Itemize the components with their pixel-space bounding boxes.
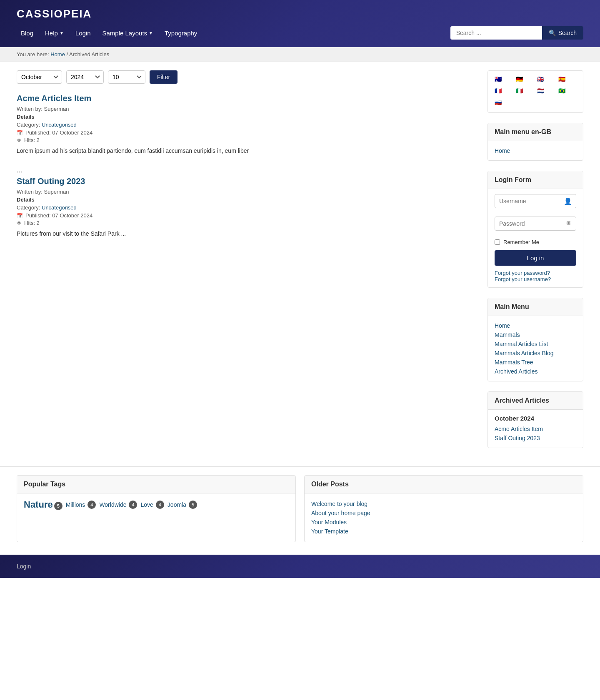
breadcrumb-current: Archived Articles [69, 51, 109, 57]
search-input[interactable] [450, 26, 542, 40]
sidebar-item-mammals-tree[interactable]: Mammals Tree [495, 358, 576, 367]
sidebar: 🇦🇺 🇩🇪 🇬🇧 🇪🇸 🇫🇷 🇮🇹 🇳🇱 🇧🇷 🇷🇺 Main menu en-… [488, 70, 583, 458]
forgot-password-link[interactable]: Forgot your password? [495, 270, 576, 276]
main-nav: Blog Help ▼ Login Sample Layouts ▼ Typog… [17, 26, 583, 40]
article-title-link[interactable]: Staff Outing 2023 [17, 177, 475, 186]
filter-button[interactable]: Filter [150, 70, 178, 84]
flag-fr[interactable]: 🇫🇷 [495, 87, 506, 96]
article-excerpt: Lorem ipsum ad his scripta blandit parti… [17, 147, 475, 154]
sidebar-item-archived-articles[interactable]: Archived Articles [495, 367, 576, 376]
nav-help[interactable]: Help ▼ [41, 27, 68, 39]
older-post-homepage[interactable]: About your home page [311, 508, 576, 518]
nav-typography[interactable]: Typography [160, 27, 201, 39]
flag-nl[interactable]: 🇳🇱 [537, 87, 549, 96]
tag-millions[interactable]: Millions4 [66, 501, 96, 509]
flag-gb[interactable]: 🇬🇧 [537, 76, 549, 84]
login-forgot-links: Forgot your password? Forgot your userna… [495, 270, 576, 282]
article-excerpt: Pictures from our visit to the Safari Pa… [17, 230, 475, 237]
search-button[interactable]: 🔍 Search [542, 26, 583, 40]
tag-worldwide[interactable]: Worldwide4 [99, 501, 137, 509]
article-category: Category: Uncategorised [17, 122, 475, 128]
sidebar-login-form: Login Form Remember Me Log in [488, 171, 583, 288]
forgot-username-link[interactable]: Forgot your username? [495, 276, 576, 282]
flag-it[interactable]: 🇮🇹 [516, 87, 528, 96]
filter-bar: Month JanuaryFebruaryMarch AprilMayJune … [17, 70, 475, 84]
article-details-label: Details [17, 114, 475, 120]
article-item: Acme Articles Item Written by: Superman … [17, 94, 475, 154]
main-container: Month JanuaryFebruaryMarch AprilMayJune … [0, 62, 600, 466]
page-footer: Login [0, 555, 600, 578]
flag-br[interactable]: 🇧🇷 [558, 87, 570, 96]
article-published: Published: 07 October 2024 [17, 212, 475, 219]
nav-blog[interactable]: Blog [17, 27, 38, 39]
tag-nature[interactable]: Nature5 [24, 499, 62, 510]
flag-es[interactable]: 🇪🇸 [558, 76, 570, 84]
sidebar-item-mammals[interactable]: Mammals [495, 330, 576, 339]
number-select[interactable]: 10 51520 [108, 70, 145, 84]
search-icon: 🔍 [549, 30, 556, 36]
tag-love[interactable]: Love4 [140, 501, 164, 509]
sample-layouts-dropdown-arrow: ▼ [149, 31, 153, 35]
password-input[interactable] [495, 217, 576, 231]
article-category: Category: Uncategorised [17, 204, 475, 211]
nav-sample-layouts[interactable]: Sample Layouts ▼ [98, 27, 157, 39]
sidebar-item-mammals-articles-blog[interactable]: Mammals Articles Blog [495, 349, 576, 358]
tag-nature-count: 5 [54, 502, 62, 510]
article-hits: Hits: 2 [17, 137, 475, 143]
flag-au[interactable]: 🇦🇺 [495, 76, 506, 84]
breadcrumb-home[interactable]: Home [50, 51, 65, 57]
article-item: Staff Outing 2023 Written by: Superman D… [17, 177, 475, 237]
user-icon [564, 197, 572, 205]
year-select[interactable]: Year 202220232024 [66, 70, 104, 84]
remember-me-row: Remember Me [495, 239, 576, 245]
archived-month: October 2024 [495, 415, 576, 422]
older-post-modules[interactable]: Your Modules [311, 518, 576, 527]
remember-me-checkbox[interactable] [495, 239, 500, 245]
popular-tags-content: Nature5 Millions4 Worldwide4 Love4 Jooml… [17, 493, 295, 516]
older-post-welcome[interactable]: Welcome to your blog [311, 499, 576, 508]
search-bar: 🔍 Search [450, 26, 583, 40]
sidebar-item-home[interactable]: Home [495, 321, 576, 330]
tag-joomla[interactable]: Joomla5 [168, 501, 197, 509]
password-row [495, 217, 576, 231]
archived-item-staff[interactable]: Staff Outing 2023 [495, 433, 576, 443]
login-form-content: Remember Me Log in Forgot your password?… [488, 189, 583, 287]
archived-articles-title: Archived Articles [488, 392, 583, 410]
calendar-icon [17, 212, 23, 219]
article-hits: Hits: 2 [17, 220, 475, 226]
flag-de[interactable]: 🇩🇪 [516, 76, 528, 84]
flag-ru[interactable]: 🇷🇺 [495, 99, 506, 107]
sidebar-module-title: Main menu en-GB [488, 123, 583, 141]
sidebar-item-mammal-articles-list[interactable]: Mammal Articles List [495, 339, 576, 349]
breadcrumb-prefix: You are here: [17, 51, 49, 57]
article-title-link[interactable]: Acme Articles Item [17, 94, 475, 103]
older-posts-module: Older Posts Welcome to your blog About y… [304, 475, 583, 542]
tag-millions-count: 4 [88, 501, 96, 509]
footer-modules: Popular Tags Nature5 Millions4 Worldwide… [0, 466, 600, 551]
tag-love-count: 4 [156, 501, 164, 509]
nav-login[interactable]: Login [71, 27, 95, 39]
footer-login-link[interactable]: Login [17, 563, 31, 570]
eye-icon [17, 220, 22, 226]
content-area: Month JanuaryFebruaryMarch AprilMayJune … [17, 70, 475, 458]
remember-me-label: Remember Me [503, 239, 539, 245]
tag-joomla-count: 5 [189, 501, 197, 509]
sidebar-item-home-en[interactable]: Home [495, 146, 576, 155]
login-form-title: Login Form [488, 171, 583, 189]
older-posts-content: Welcome to your blog About your home pag… [305, 493, 583, 542]
main-menu-content: Home Mammals Mammal Articles List Mammal… [488, 316, 583, 381]
nav-links: Blog Help ▼ Login Sample Layouts ▼ Typog… [17, 27, 201, 39]
archived-item-acme[interactable]: Acme Articles Item [495, 424, 576, 433]
month-select[interactable]: Month JanuaryFebruaryMarch AprilMayJune … [17, 70, 62, 84]
article-published: Published: 07 October 2024 [17, 130, 475, 136]
eye-icon [17, 137, 22, 143]
help-dropdown-arrow: ▼ [60, 31, 64, 35]
article-category-link[interactable]: Uncategorised [42, 122, 77, 128]
older-post-template[interactable]: Your Template [311, 527, 576, 536]
login-button[interactable]: Log in [495, 250, 576, 266]
article-details-label: Details [17, 197, 475, 203]
ellipsis-separator: ... [17, 167, 475, 174]
show-password-icon[interactable] [565, 220, 572, 227]
sidebar-main-menu: Main Menu Home Mammals Mammal Articles L… [488, 298, 583, 381]
article-category-link[interactable]: Uncategorised [42, 204, 77, 211]
